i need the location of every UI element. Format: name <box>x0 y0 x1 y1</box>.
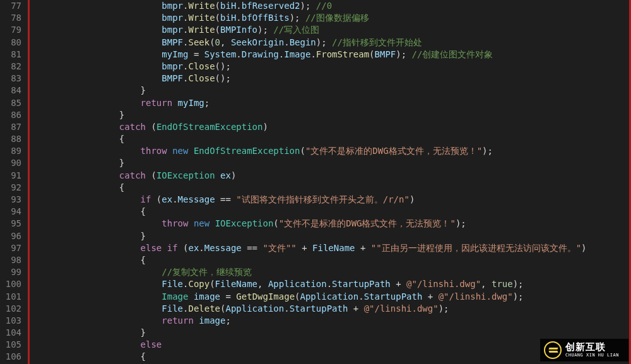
code-line[interactable]: { <box>34 254 631 266</box>
code-line[interactable]: BMPF.Seek(0, SeekOrigin.Begin); //指针移到文件… <box>34 37 631 49</box>
token-pn: { <box>141 255 146 265</box>
code-line[interactable]: bmpr.Close(); <box>34 61 631 73</box>
token-type: EndOfStreamException <box>194 146 300 156</box>
code-line[interactable]: return myImg; <box>34 97 631 109</box>
token-id: Message <box>204 243 242 253</box>
line-number: 79 <box>0 24 21 36</box>
code-line[interactable]: bmpr.Write(biH.bfOffBits); //图像数据偏移 <box>34 12 631 24</box>
code-line[interactable]: if (ex.Message == "试图将文件指针移到文件开头之前。/r/n"… <box>34 194 631 206</box>
token-pn: ); <box>439 303 449 314</box>
code-line[interactable]: myImg = System.Drawing.Image.FromStream(… <box>34 49 631 61</box>
line-number: 86 <box>0 109 21 121</box>
token-pn: } <box>119 110 124 120</box>
line-number: 98 <box>0 254 21 266</box>
token-pn: ( <box>151 194 162 204</box>
code-line[interactable]: File.Delete(Application.StartupPath + @"… <box>34 303 631 315</box>
code-line[interactable]: } <box>34 85 631 97</box>
code-line[interactable]: } <box>34 109 631 121</box>
token-id: biH <box>220 1 236 11</box>
token-pn: . <box>284 303 289 314</box>
code-line[interactable]: bmpr.Write(biH.bfReserved2); //0 <box>34 0 631 12</box>
token-pn <box>162 243 167 253</box>
code-line[interactable]: } <box>34 230 631 242</box>
line-number: 93 <box>0 194 21 206</box>
token-blue: new <box>172 146 188 156</box>
code-line[interactable]: bmpr.Write(BMPInfo); //写入位图 <box>34 24 631 36</box>
token-id: ex <box>220 170 231 180</box>
token-pn: . <box>310 49 316 59</box>
token-pn: ( <box>215 13 220 23</box>
token-pn <box>188 146 193 156</box>
token-kw: if <box>141 194 151 204</box>
code-line[interactable]: } <box>34 157 631 169</box>
token-pn: , <box>257 279 268 289</box>
token-fn: FromStream <box>316 49 369 59</box>
code-line[interactable]: else if (ex.Message == "文件"" + FileName … <box>34 242 631 254</box>
token-pn: ); <box>257 25 273 35</box>
token-pn <box>215 170 220 180</box>
line-number: 103 <box>0 315 21 327</box>
token-id: bmpr <box>162 1 183 11</box>
token-pn: ( <box>295 291 300 302</box>
token-fn: Delete <box>188 303 220 314</box>
token-num: 0 <box>215 37 220 47</box>
token-id: File <box>162 279 183 289</box>
code-line[interactable]: return image; <box>34 315 631 327</box>
token-pn: . <box>172 194 177 204</box>
token-pn: . <box>279 49 284 59</box>
token-cmt: //创建位图文件对象 <box>412 49 493 59</box>
token-kw: return <box>141 98 173 108</box>
code-line[interactable]: catch (IOException ex) <box>34 170 631 182</box>
token-pn: . <box>199 243 204 253</box>
code-line[interactable]: throw new EndOfStreamException("文件不是标准的D… <box>34 145 631 157</box>
token-pn: ( <box>178 243 189 253</box>
token-str: @"/linshi.dwg" <box>406 279 481 289</box>
code-line[interactable]: } <box>34 327 631 339</box>
code-line[interactable]: Image image = GetDwgImage(Application.St… <box>34 291 631 303</box>
ruler-left <box>28 0 30 364</box>
token-id: bfReserved2 <box>242 1 300 11</box>
token-id: BMPInfo <box>220 25 257 35</box>
code-line[interactable]: BMPF.Close(); <box>34 73 631 85</box>
token-pn: } <box>141 327 146 338</box>
token-pn: ( <box>273 218 278 228</box>
line-number: 106 <box>0 351 21 363</box>
token-id: myImg <box>178 98 204 108</box>
code-line[interactable]: catch (EndOfStreamException) <box>34 121 631 133</box>
code-line[interactable]: //复制文件，继续预览 <box>34 266 631 278</box>
code-line[interactable]: throw new IOException("文件不是标准的DWG格式文件，无法… <box>34 218 631 230</box>
token-kw: catch <box>119 122 146 132</box>
token-str: "文件不是标准的DWG格式文件，无法预览！" <box>279 218 456 228</box>
code-line[interactable]: { <box>34 133 631 145</box>
token-kw: else <box>141 243 162 253</box>
token-id: System <box>204 49 237 59</box>
token-fn: Write <box>188 1 215 11</box>
token-id: BMPF <box>162 73 183 83</box>
token-cmt: //指针移到文件开始处 <box>332 37 422 47</box>
token-pn <box>172 98 177 108</box>
token-pn: , <box>481 279 492 289</box>
code-line[interactable]: { <box>34 206 631 218</box>
token-pn: + <box>348 303 363 314</box>
token-id: Application <box>225 303 284 314</box>
token-pn: ); <box>513 291 524 302</box>
line-number: 87 <box>0 121 21 133</box>
line-number: 85 <box>0 97 21 109</box>
code-editor[interactable]: 7778798081828384858687888990919293949596… <box>0 0 631 364</box>
token-type: Image <box>162 291 188 302</box>
line-number: 77 <box>0 0 21 12</box>
token-pn: + <box>391 279 406 289</box>
token-pn: ) <box>262 122 268 132</box>
token-pn: ) <box>581 243 586 253</box>
code-line[interactable]: File.Copy(FileName, Application.StartupP… <box>34 278 631 290</box>
token-str: @"/linshi.dwg" <box>439 291 513 302</box>
token-pn: , <box>220 37 231 47</box>
token-id: ex <box>188 243 199 253</box>
token-id: bmpr <box>162 25 183 35</box>
code-area[interactable]: bmpr.Write(biH.bfReserved2); //0 bmpr.Wr… <box>27 0 631 364</box>
line-number: 94 <box>0 206 21 218</box>
code-line[interactable]: { <box>34 182 631 194</box>
token-pn: ); <box>290 13 305 23</box>
token-pn: . <box>236 1 241 11</box>
line-number: 105 <box>0 339 21 351</box>
